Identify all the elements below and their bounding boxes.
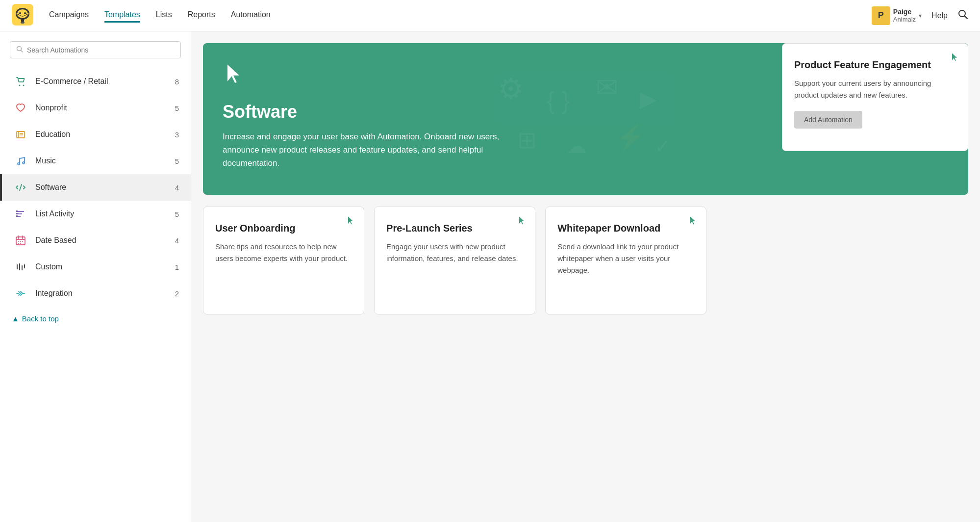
svg-text:⚡: ⚡ [615,123,646,152]
user-info: Paige Animalz [893,8,916,23]
sidebar-item-listactivity-label: List Activity [35,209,175,218]
sidebar-item-software-label: Software [35,183,175,192]
sidebar-item-nonprofit-count: 5 [175,104,179,112]
sidebar-item-ecommerce-count: 8 [175,78,179,86]
listactivity-icon [14,209,27,219]
card-user-onboarding: User Onboarding Share tips and resources… [203,207,364,314]
sidebar-item-education[interactable]: Education 3 [0,121,191,148]
search-icon[interactable] [957,9,968,22]
svg-point-19 [18,163,20,165]
svg-point-13 [19,85,21,86]
content-area: ⚙ { } ✉ ▶ ⊞ ☁ ⚡ ✓ Software Increase and … [191,31,980,522]
svg-point-8 [21,22,25,24]
sidebar-item-integration-count: 2 [175,289,179,298]
search-input[interactable] [27,46,175,54]
svg-point-31 [18,241,19,242]
search-field[interactable] [10,41,181,58]
sidebar-item-custom-label: Custom [35,262,175,271]
back-to-top[interactable]: ▲ Back to top [0,307,191,331]
datebased-icon [14,235,27,246]
sidebar-item-integration[interactable]: Integration 2 [0,280,191,307]
sidebar-item-music-count: 5 [175,157,179,165]
svg-point-33 [22,241,23,242]
software-icon [14,182,27,193]
svg-line-12 [21,51,23,52]
user-menu[interactable]: P Paige Animalz ▾ [872,6,922,25]
user-name: Paige [893,8,916,16]
nav-lists[interactable]: Lists [156,8,172,23]
sidebar-item-nonprofit[interactable]: Nonprofit 5 [0,95,191,121]
sidebar-item-listactivity-count: 5 [175,210,179,218]
nav-links: Campaigns Templates Lists Reports Automa… [49,8,872,23]
svg-point-35 [20,243,21,244]
sidebar-item-custom[interactable]: Custom 1 [0,254,191,280]
svg-line-10 [965,16,968,19]
chevron-up-icon: ▲ [12,314,19,323]
card-pre-launch: Pre-Launch Series Engage your users with… [374,207,535,314]
music-icon [14,156,27,166]
sidebar-item-ecommerce[interactable]: E-Commerce / Retail 8 [0,68,191,95]
nonprofit-icon [14,103,27,113]
sidebar-item-datebased-label: Date Based [35,236,175,245]
sidebar-item-nonprofit-label: Nonprofit [35,104,175,112]
logo[interactable] [12,4,33,27]
svg-rect-26 [16,215,18,217]
svg-point-32 [20,241,21,242]
svg-rect-24 [16,210,18,212]
card-user-onboarding-title: User Onboarding [215,223,352,234]
sidebar-item-datebased-count: 4 [175,236,179,245]
cursor-icon [517,216,526,228]
sidebar-item-listactivity[interactable]: List Activity 5 [0,201,191,227]
svg-point-6 [26,13,29,15]
nav-reports[interactable]: Reports [188,8,215,23]
sidebar-item-music[interactable]: Music 5 [0,148,191,174]
card-pre-launch-desc: Engage your users with new product infor… [386,241,523,264]
card-user-onboarding-desc: Share tips and resources to help new use… [215,241,352,264]
cursor-icon [688,216,697,228]
integration-icon [14,288,27,299]
sidebar-item-datebased[interactable]: Date Based 4 [0,227,191,254]
sidebar-item-software[interactable]: Software 4 [0,174,191,201]
nav-templates[interactable]: Templates [104,8,140,23]
hero-title: Software [223,102,949,122]
avatar: P [872,6,890,25]
ecommerce-icon [14,76,27,87]
topnav-right: P Paige Animalz ▾ Help [872,6,968,25]
cursor-icon [950,52,959,65]
sidebar-item-integration-label: Integration [35,289,175,298]
sidebar-item-education-label: Education [35,130,175,139]
nav-automation[interactable]: Automation [231,8,271,23]
card-pre-launch-title: Pre-Launch Series [386,223,523,234]
sidebar: E-Commerce / Retail 8 Nonprofit 5 [0,31,191,522]
svg-rect-25 [16,213,18,214]
custom-icon [14,261,27,272]
education-icon [14,129,27,140]
svg-point-4 [24,12,26,14]
card-whitepaper: Whitepaper Download Send a download link… [545,207,706,314]
help-link[interactable]: Help [931,11,948,20]
sidebar-item-ecommerce-label: E-Commerce / Retail [35,77,175,86]
svg-point-5 [16,13,19,15]
top-navigation: Campaigns Templates Lists Reports Automa… [0,0,980,31]
svg-point-20 [23,162,25,164]
cursor-icon [346,216,355,228]
back-to-top-label: Back to top [22,314,59,323]
svg-point-34 [18,243,19,244]
chevron-down-icon: ▾ [919,12,922,19]
hero-cursor-icon [223,63,949,92]
sidebar-search-icon [16,46,23,54]
sidebar-item-music-label: Music [35,157,175,165]
card-whitepaper-desc: Send a download link to your product whi… [557,241,694,276]
main-layout: E-Commerce / Retail 8 Nonprofit 5 [0,31,980,522]
hero-card: ⚙ { } ✉ ▶ ⊞ ☁ ⚡ ✓ Software Increase and … [203,43,968,195]
sidebar-item-custom-count: 1 [175,263,179,271]
svg-text:☁: ☁ [566,134,587,157]
hero-description: Increase and engage your user base with … [223,130,536,170]
user-org: Animalz [893,16,916,23]
sidebar-item-education-count: 3 [175,130,179,139]
card-whitepaper-title: Whitepaper Download [557,223,694,234]
nav-campaigns[interactable]: Campaigns [49,8,89,23]
svg-text:✓: ✓ [654,135,671,157]
svg-point-3 [19,12,21,14]
card-product-feature: Product Feature Engagement Support your … [782,43,968,151]
